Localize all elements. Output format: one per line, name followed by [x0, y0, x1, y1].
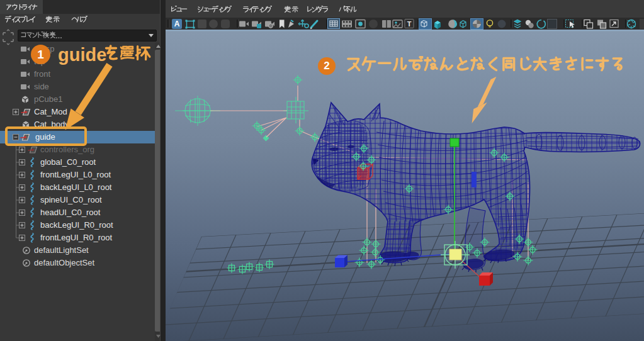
svg-text:T: T	[407, 20, 412, 28]
svg-text:A: A	[174, 20, 180, 28]
